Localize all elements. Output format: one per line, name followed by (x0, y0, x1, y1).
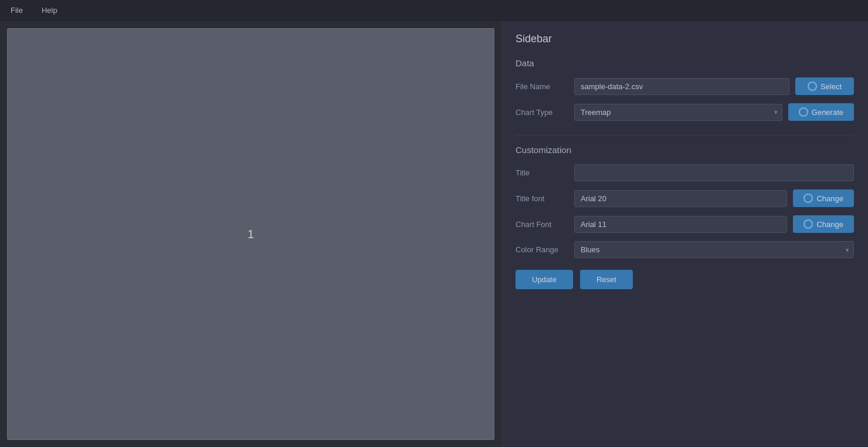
chart-type-dropdown[interactable]: Treemap Bar Chart Line Chart Pie Chart (574, 104, 782, 121)
title-font-value: Arial 20 (574, 190, 787, 207)
title-row: Title (516, 164, 854, 181)
color-range-row: Color Range Blues Reds Greens Oranges ▾ (516, 241, 854, 258)
bottom-buttons: Update Reset (516, 270, 854, 289)
chart-font-value: Arial 11 (574, 216, 787, 233)
customization-section-title: Customization (516, 145, 854, 155)
chart-type-dropdown-wrapper: Treemap Bar Chart Line Chart Pie Chart ▾ (574, 104, 782, 121)
title-font-change-icon (803, 194, 813, 203)
chart-type-row: Chart Type Treemap Bar Chart Line Chart … (516, 103, 854, 121)
chart-font-label: Chart Font (516, 220, 568, 229)
title-input[interactable] (574, 164, 854, 181)
data-section: Data File Name sample-data-2.csv Select … (516, 58, 854, 121)
sidebar: Sidebar Data File Name sample-data-2.csv… (501, 21, 868, 447)
title-font-row: Title font Arial 20 Change (516, 189, 854, 207)
color-range-dropdown[interactable]: Blues Reds Greens Oranges (574, 241, 854, 258)
file-name-display: sample-data-2.csv (574, 78, 789, 95)
title-font-change-button[interactable]: Change (793, 189, 854, 207)
chart-font-row: Chart Font Arial 11 Change (516, 215, 854, 233)
canvas-area: 1 (0, 21, 501, 447)
chart-type-label: Chart Type (516, 108, 568, 117)
update-button[interactable]: Update (516, 270, 573, 289)
select-icon (808, 82, 817, 91)
section-divider (516, 135, 854, 136)
color-range-dropdown-wrapper: Blues Reds Greens Oranges ▾ (574, 241, 854, 258)
menu-help[interactable]: Help (38, 4, 61, 17)
title-font-label: Title font (516, 194, 568, 203)
canvas-container: 1 (7, 28, 494, 440)
title-label: Title (516, 168, 568, 177)
file-name-label: File Name (516, 82, 568, 91)
chart-font-change-label: Change (816, 220, 843, 229)
menu-file[interactable]: File (7, 4, 26, 17)
file-name-row: File Name sample-data-2.csv Select (516, 77, 854, 95)
select-button-label: Select (820, 82, 842, 91)
generate-icon (799, 107, 808, 117)
sidebar-title: Sidebar (516, 33, 854, 45)
title-font-change-label: Change (816, 194, 843, 203)
reset-button[interactable]: Reset (580, 270, 633, 289)
canvas-number: 1 (247, 228, 254, 241)
main-layout: 1 Sidebar Data File Name sample-data-2.c… (0, 21, 868, 447)
menubar: File Help (0, 0, 868, 21)
generate-button-label: Generate (812, 108, 843, 117)
chart-font-change-icon (803, 219, 813, 229)
select-button[interactable]: Select (795, 77, 854, 95)
data-section-title: Data (516, 58, 854, 68)
customization-section: Customization Title Title font Arial 20 … (516, 145, 854, 289)
chart-font-change-button[interactable]: Change (793, 215, 854, 233)
color-range-label: Color Range (516, 245, 568, 254)
generate-button[interactable]: Generate (788, 103, 854, 121)
